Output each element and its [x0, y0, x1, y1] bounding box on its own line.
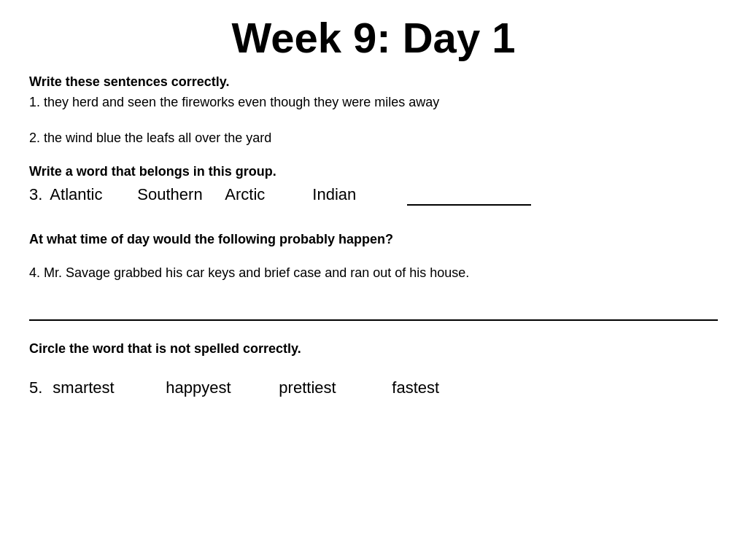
sentence2: 2. the wind blue the leafs all over the …: [29, 128, 718, 148]
page-title: Week 9: Day 1: [29, 15, 718, 61]
word-group-row: 3. Atlantic Southern Arctic Indian: [29, 185, 718, 206]
answer-line-4[interactable]: [29, 306, 718, 321]
circle-words-row: 5. smartest happyest prettiest fastest: [29, 378, 718, 397]
circle-word-happyest[interactable]: happyest: [166, 378, 279, 397]
section-circle-word: Circle the word that is not spelled corr…: [29, 341, 718, 397]
question5-number: 5.: [29, 378, 42, 397]
question3-number: 3.: [29, 185, 42, 204]
section-time-of-day: At what time of day would the following …: [29, 232, 718, 321]
section-word-group: Write a word that belongs in this group.…: [29, 164, 718, 206]
circle-word-prettiest[interactable]: prettiest: [279, 378, 392, 397]
word-arctic: Arctic: [225, 185, 312, 204]
word-indian: Indian: [312, 185, 400, 204]
circle-word-fastest[interactable]: fastest: [392, 378, 505, 397]
section2-heading: Write a word that belongs in this group.: [29, 164, 718, 179]
section3-heading: At what time of day would the following …: [29, 232, 718, 247]
sentence1: 1. they herd and seen the fireworks even…: [29, 93, 718, 112]
word-atlantic: Atlantic: [50, 185, 137, 204]
section4-heading: Circle the word that is not spelled corr…: [29, 341, 718, 357]
sentence4: 4. Mr. Savage grabbed his car keys and b…: [29, 263, 718, 283]
section-write-sentences: Write these sentences correctly. 1. they…: [29, 74, 718, 148]
word-southern: Southern: [137, 185, 225, 204]
section1-heading: Write these sentences correctly.: [29, 74, 718, 90]
answer-blank-3[interactable]: [407, 185, 531, 206]
circle-word-smartest[interactable]: smartest: [53, 378, 166, 397]
